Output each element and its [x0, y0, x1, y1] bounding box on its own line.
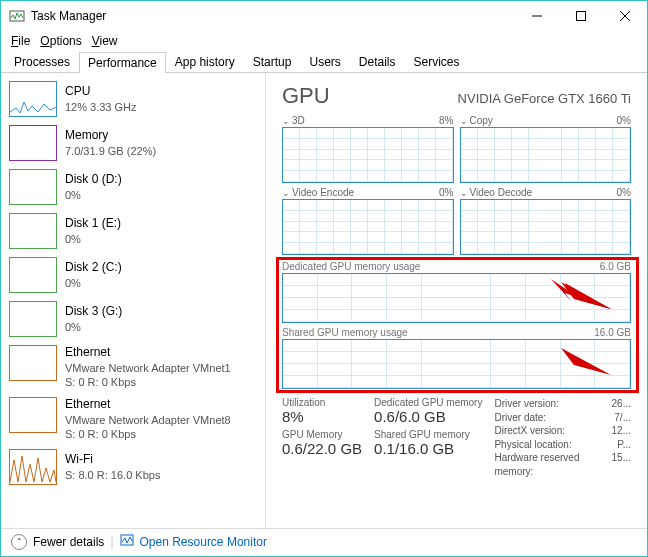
- mem-box: Shared GPU memory usage16.0 GB: [282, 327, 631, 389]
- sidebar-item[interactable]: Memory 7.0/31.9 GB (22%): [1, 121, 265, 165]
- sidebar-item[interactable]: Disk 2 (C:) 0%: [1, 253, 265, 297]
- menubar: File Options View: [1, 31, 647, 51]
- gpu-model: NVIDIA GeForce GTX 1660 Ti: [458, 91, 631, 106]
- sidebar-item-name: Disk 0 (D:): [65, 172, 122, 188]
- tab-details[interactable]: Details: [350, 51, 405, 72]
- graph-box: Video Decode0%: [460, 187, 632, 255]
- stat-label: GPU Memory: [282, 429, 362, 440]
- driver-row: Hardware reserved memory:15...: [494, 451, 631, 478]
- thumb-icon: [9, 169, 57, 205]
- tab-app-history[interactable]: App history: [166, 51, 244, 72]
- driver-row: Driver date:7/...: [494, 411, 631, 425]
- graph-pct: 0%: [617, 187, 631, 198]
- titlebar: Task Manager: [1, 1, 647, 31]
- mem-box: Dedicated GPU memory usage6.0 GB: [282, 261, 631, 323]
- sidebar-item-name: Disk 3 (G:): [65, 304, 122, 320]
- mem-area[interactable]: [282, 339, 631, 389]
- sidebar-item[interactable]: Ethernet VMware Network Adapter VMnet8 S…: [1, 393, 265, 445]
- thumb-icon: [9, 345, 57, 381]
- fewer-details-link[interactable]: Fewer details: [33, 535, 104, 549]
- sidebar-item-detail: S: 8.0 R: 16.0 Kbps: [65, 468, 160, 482]
- sidebar-item-detail: VMware Network Adapter VMnet8: [65, 413, 231, 427]
- sidebar-item[interactable]: CPU 12% 3.33 GHz: [1, 77, 265, 121]
- window-controls: [515, 1, 647, 31]
- window-title: Task Manager: [31, 9, 515, 23]
- driver-row: Driver version:26...: [494, 397, 631, 411]
- sidebar-item-detail: 0%: [65, 232, 121, 246]
- tab-users[interactable]: Users: [300, 51, 349, 72]
- sidebar-item-detail: 0%: [65, 320, 122, 334]
- menu-file[interactable]: File: [7, 32, 34, 50]
- maximize-button[interactable]: [559, 1, 603, 31]
- tab-processes[interactable]: Processes: [5, 51, 79, 72]
- graph-area[interactable]: [282, 127, 454, 183]
- stat-value: 8%: [282, 408, 362, 425]
- mem-name: Dedicated GPU memory usage: [282, 261, 420, 272]
- stat-value: 0.6/22.0 GB: [282, 440, 362, 457]
- footer: ˄ Fewer details | Open Resource Monitor: [1, 528, 647, 554]
- sidebar-item[interactable]: Wi-Fi S: 8.0 R: 16.0 Kbps: [1, 445, 265, 489]
- graph-box: Video Encode0%: [282, 187, 454, 255]
- sidebar-item-detail: 0%: [65, 276, 122, 290]
- menu-options[interactable]: Options: [36, 32, 85, 50]
- graph-name[interactable]: Copy: [460, 115, 493, 126]
- memory-section: Dedicated GPU memory usage6.0 GB Shared …: [282, 261, 631, 389]
- sidebar-item[interactable]: Disk 3 (G:) 0%: [1, 297, 265, 341]
- driver-row: DirectX version:12...: [494, 424, 631, 438]
- graph-box: 3D8%: [282, 115, 454, 183]
- stats: Utilization 8% GPU Memory 0.6/22.0 GB De…: [282, 397, 631, 478]
- stat-value: 0.6/6.0 GB: [374, 408, 482, 425]
- stat-label: Dedicated GPU memory: [374, 397, 482, 408]
- chevron-up-icon[interactable]: ˄: [11, 534, 27, 550]
- app-icon: [9, 8, 25, 24]
- stat-value: 0.1/16.0 GB: [374, 440, 482, 457]
- sidebar-item-detail: 7.0/31.9 GB (22%): [65, 144, 156, 158]
- driver-row: Physical location:P...: [494, 438, 631, 452]
- mem-max: 16.0 GB: [594, 327, 631, 338]
- sidebar-item-name: Wi-Fi: [65, 452, 160, 468]
- graph-name[interactable]: Video Decode: [460, 187, 533, 198]
- mem-name: Shared GPU memory usage: [282, 327, 408, 338]
- sidebar-item[interactable]: Disk 1 (E:) 0%: [1, 209, 265, 253]
- tabs: Processes Performance App history Startu…: [1, 51, 647, 73]
- sidebar-item-name: Memory: [65, 128, 156, 144]
- minimize-button[interactable]: [515, 1, 559, 31]
- graph-area[interactable]: [282, 199, 454, 255]
- graph-area[interactable]: [460, 127, 632, 183]
- graph-box: Copy0%: [460, 115, 632, 183]
- tab-performance[interactable]: Performance: [79, 52, 166, 73]
- graph-pct: 8%: [439, 115, 453, 126]
- sidebar-item-sub: S: 0 R: 0 Kbps: [65, 427, 231, 441]
- sidebar-item-detail: 0%: [65, 188, 122, 202]
- sidebar-item-name: Ethernet: [65, 345, 231, 361]
- menu-view[interactable]: View: [88, 32, 122, 50]
- stat-label: Shared GPU memory: [374, 429, 482, 440]
- page-title: GPU: [282, 83, 330, 109]
- tab-services[interactable]: Services: [405, 51, 469, 72]
- graph-area[interactable]: [460, 199, 632, 255]
- sidebar: CPU 12% 3.33 GHz Memory 7.0/31.9 GB (22%…: [1, 73, 266, 528]
- thumb-icon: [9, 81, 57, 117]
- tab-startup[interactable]: Startup: [244, 51, 301, 72]
- mem-area[interactable]: [282, 273, 631, 323]
- sidebar-item[interactable]: Ethernet VMware Network Adapter VMnet1 S…: [1, 341, 265, 393]
- svg-rect-2: [577, 12, 586, 21]
- sidebar-item-name: Disk 2 (C:): [65, 260, 122, 276]
- graph-pct: 0%: [617, 115, 631, 126]
- thumb-icon: [9, 125, 57, 161]
- graph-pct: 0%: [439, 187, 453, 198]
- thumb-icon: [9, 449, 57, 485]
- sidebar-item-name: CPU: [65, 84, 137, 100]
- graph-name[interactable]: Video Encode: [282, 187, 354, 198]
- graph-name[interactable]: 3D: [282, 115, 305, 126]
- close-button[interactable]: [603, 1, 647, 31]
- resource-monitor-icon: [120, 533, 134, 550]
- mem-max: 6.0 GB: [600, 261, 631, 272]
- sidebar-item-name: Disk 1 (E:): [65, 216, 121, 232]
- main-panel: GPU NVIDIA GeForce GTX 1660 Ti 3D8% Copy…: [266, 73, 647, 528]
- thumb-icon: [9, 213, 57, 249]
- sidebar-item-sub: S: 0 R: 0 Kbps: [65, 375, 231, 389]
- sidebar-item[interactable]: Disk 0 (D:) 0%: [1, 165, 265, 209]
- open-resource-monitor-link[interactable]: Open Resource Monitor: [140, 535, 267, 549]
- thumb-icon: [9, 301, 57, 337]
